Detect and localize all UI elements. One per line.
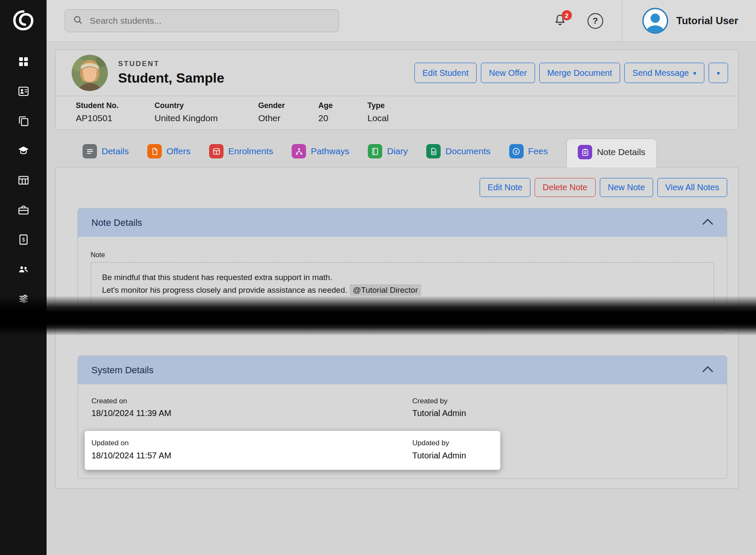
student-titles: STUDENT Student, Sample (118, 60, 224, 86)
graduation-cap-icon (17, 144, 30, 158)
logo-swirl-icon (11, 8, 35, 34)
briefcase-icon (17, 204, 30, 218)
chevron-up-icon[interactable] (702, 219, 713, 227)
system-details-card-header[interactable]: System Details (78, 356, 727, 384)
sidebar-item-contacts[interactable] (16, 86, 31, 98)
documents-tab-icon (426, 144, 441, 158)
sidebar-item-enrolments[interactable] (16, 145, 31, 158)
edit-note-button[interactable]: Edit Note (480, 178, 530, 197)
new-note-button[interactable]: New Note (600, 178, 653, 197)
sidebar-item-dashboard[interactable] (16, 56, 31, 69)
main-content: STUDENT Student, Sample Edit Student New… (47, 42, 756, 555)
svg-text:$: $ (22, 236, 25, 242)
system-details-card-body: Created on 18/10/2024 11:39 AM Created b… (78, 384, 727, 478)
dashboard-icon (17, 56, 30, 69)
info-student-no: Student No. AP10501 (76, 101, 155, 123)
sliders-icon (17, 293, 30, 307)
student-info-row: Student No. AP10501 Country United Kingd… (55, 96, 738, 130)
new-offer-button[interactable]: New Offer (481, 63, 535, 83)
tutorial-spotlight (85, 431, 500, 470)
chevron-up-icon[interactable] (702, 366, 713, 374)
note-details-card-body: Note Be mindful that this student has re… (78, 237, 727, 333)
topbar-divider (622, 0, 622, 42)
tab-bar: Details Offers Enrolments Pathways Diary… (55, 130, 739, 167)
note-details-card-header[interactable]: Note Details (78, 208, 727, 237)
updated-by-value: Tutorial Admin (412, 451, 466, 461)
user-menu[interactable]: Tutorial User (642, 7, 738, 34)
user-avatar (642, 7, 669, 34)
topbar: 2 ? Tutorial User (47, 0, 756, 42)
invoice-dollar-icon: $ (17, 233, 30, 247)
sidebar-item-classes[interactable] (16, 175, 31, 187)
notification-badge: 2 (562, 10, 572, 20)
enrolments-tab-icon (209, 144, 223, 158)
note-details-panel: Edit Note Delete Note New Note View All … (55, 167, 739, 489)
question-mark-icon: ? (593, 16, 598, 26)
sidebar-item-staff[interactable] (16, 264, 31, 276)
search-box[interactable] (65, 9, 339, 32)
search-input[interactable] (89, 15, 331, 26)
system-details-card-title: System Details (91, 365, 154, 376)
user-name: Tutorial User (676, 15, 738, 27)
details-tab-icon (83, 144, 97, 158)
send-message-button[interactable]: Send Message▾ (624, 63, 704, 83)
sidebar-item-agents[interactable] (16, 204, 31, 217)
student-actions: Edit Student New Offer Merge Document Se… (414, 63, 728, 83)
sidebar-item-offers[interactable] (16, 115, 31, 128)
sidebar-item-settings[interactable] (16, 293, 31, 306)
more-actions-button[interactable]: ▾ (709, 63, 728, 83)
tab-note-details[interactable]: Note Details (566, 139, 657, 167)
copy-pages-icon (17, 115, 30, 129)
fees-tab-icon: $ (509, 144, 524, 158)
note-details-tab-icon (578, 145, 592, 159)
note-text-box: Be mindful that this student has request… (91, 262, 714, 328)
tab-enrolments[interactable]: Enrolments (209, 144, 273, 167)
info-gender: Gender Other (258, 101, 318, 123)
note-details-card: Note Details Note Be mindful that this s… (77, 208, 727, 333)
view-all-notes-button[interactable]: View All Notes (657, 178, 727, 197)
offers-tab-icon (147, 144, 162, 158)
updated-on-label: Updated on (91, 439, 129, 447)
system-details-card: System Details Created on 18/10/2024 11:… (77, 355, 727, 479)
created-by-label: Created by (412, 397, 447, 405)
tab-fees[interactable]: $ Fees (509, 144, 548, 167)
help-button[interactable]: ? (588, 13, 603, 29)
student-name: Student, Sample (118, 70, 224, 86)
edit-student-button[interactable]: Edit Student (414, 63, 477, 83)
merge-document-button[interactable]: Merge Document (539, 63, 620, 83)
student-eyebrow: STUDENT (118, 60, 224, 68)
mention-chip: @Tutorial Director (350, 284, 422, 296)
info-age: Age 20 (318, 101, 367, 123)
student-avatar (72, 55, 108, 91)
note-actions-row: Edit Note Delete Note New Note View All … (55, 167, 738, 197)
chevron-down-icon: ▾ (717, 70, 720, 76)
updated-by-label: Updated by (412, 439, 449, 447)
sidebar: $ (0, 0, 47, 555)
updated-on-value: 18/10/2024 11:57 AM (91, 451, 171, 461)
tab-offers[interactable]: Offers (147, 144, 190, 167)
delete-note-button[interactable]: Delete Note (535, 178, 596, 197)
note-line-1: Be mindful that this student has request… (102, 271, 703, 284)
table-icon (17, 174, 30, 188)
tab-documents[interactable]: Documents (426, 144, 490, 167)
created-on-value: 18/10/2024 11:39 AM (91, 408, 171, 418)
tab-pathways[interactable]: Pathways (292, 144, 349, 167)
tab-details[interactable]: Details (83, 144, 129, 167)
tab-diary[interactable]: Diary (368, 144, 408, 167)
created-on-label: Created on (91, 397, 127, 405)
student-title-row: STUDENT Student, Sample Edit Student New… (55, 50, 738, 96)
sidebar-item-finance[interactable]: $ (16, 234, 31, 247)
notifications-button[interactable]: 2 (553, 13, 567, 28)
note-field-label: Note (91, 251, 714, 259)
created-by-value: Tutorial Admin (412, 408, 466, 418)
pathways-tab-icon (292, 144, 306, 158)
contact-card-icon (17, 85, 30, 99)
note-details-card-title: Note Details (91, 217, 142, 228)
svg-text:$: $ (515, 149, 518, 154)
diary-tab-icon (368, 144, 382, 158)
search-icon (73, 15, 83, 27)
app-logo[interactable] (0, 0, 47, 42)
people-icon (17, 263, 30, 277)
note-line-2: Let's monitor his progress closely and p… (102, 284, 703, 297)
info-country: Country United Kingdom (155, 101, 258, 123)
